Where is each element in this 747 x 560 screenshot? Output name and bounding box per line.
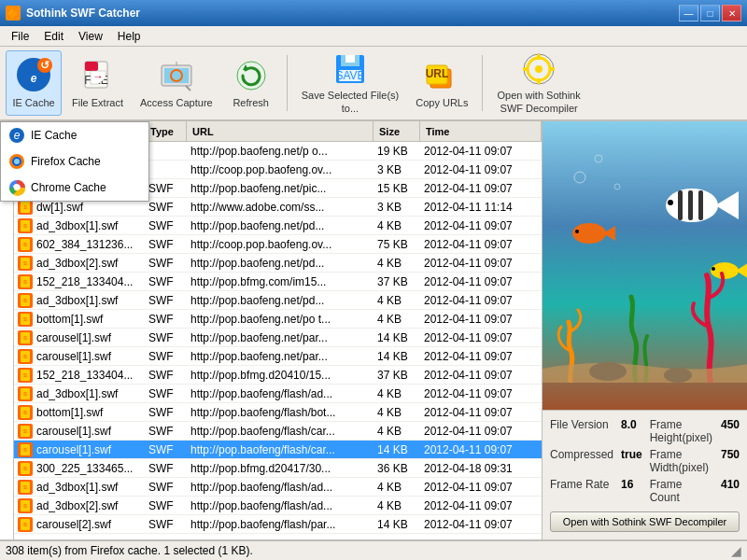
- chrome-cache-option: Chrome Cache: [31, 181, 106, 194]
- svg-rect-44: [688, 190, 693, 220]
- cell-name: Scarousel[1].swf: [14, 424, 145, 439]
- cell-size: 4 KB: [374, 257, 420, 270]
- table-row[interactable]: S152_218_133404... SWF http://pop.bfmg.d…: [14, 366, 542, 385]
- menu-help[interactable]: Help: [110, 26, 148, 46]
- toolbar-copy-urls[interactable]: URL Copy URLs: [409, 50, 474, 116]
- cell-name: Sad_3dbox[1].swf: [14, 480, 145, 495]
- cell-name: Scarousel[1].swf: [14, 330, 145, 345]
- refresh-label: Refresh: [233, 97, 269, 109]
- toolbar-save-selected[interactable]: SAVE Save Selected File(s)to...: [295, 50, 406, 116]
- table-row[interactable]: S602_384_131236... SWF http://coop.pop.b…: [14, 235, 542, 254]
- toolbar-access-capture[interactable]: Access Capture: [134, 50, 219, 116]
- file-extract-label: File Extract: [72, 97, 123, 109]
- cell-time: 2012-04-11 09:07: [420, 163, 542, 176]
- ie-cache-label: IE Cache: [12, 97, 54, 109]
- preview-area: [543, 121, 747, 410]
- cell-url: http://www.adobe.com/ss...: [187, 201, 374, 214]
- menu-edit[interactable]: Edit: [36, 26, 71, 46]
- dropdown-chrome-cache[interactable]: Chrome Cache: [1, 175, 148, 201]
- save-icon: SAVE: [331, 51, 369, 87]
- col-header-time[interactable]: Time: [420, 121, 542, 141]
- file-type-icon: S: [18, 424, 33, 439]
- cell-time: 2012-04-11 11:14: [420, 201, 542, 214]
- cell-url: http://pop.baofeng.net/par...: [187, 331, 374, 344]
- table-row[interactable]: Sad_3dbox[1].swf SWF http://pop.baofeng/…: [14, 385, 542, 403]
- cell-time: 2012-04-11 09:07: [420, 275, 542, 288]
- table-row[interactable]: Scarousel[1].swf SWF http://pop.baofeng.…: [14, 329, 542, 347]
- cell-name: Sad_3dbox[1].swf: [14, 218, 145, 233]
- svg-point-46: [668, 200, 673, 205]
- svg-text:e: e: [31, 72, 37, 85]
- table-row[interactable]: S152_218_133404... SWF http://pop.bfmg.c…: [14, 273, 542, 291]
- cell-name: Scarousel[2].swf: [14, 517, 145, 532]
- cell-time: 2012-04-11 09:07: [420, 499, 542, 512]
- maximize-button[interactable]: □: [700, 5, 720, 21]
- menu-view[interactable]: View: [71, 26, 110, 46]
- table-row[interactable]: Scarousel[1].swf SWF http://pop.baofeng/…: [14, 422, 542, 441]
- col-header-size[interactable]: Size: [374, 121, 420, 141]
- svg-text:e: e: [14, 129, 21, 142]
- minimize-button[interactable]: —: [679, 5, 698, 21]
- svg-rect-18: [345, 55, 355, 63]
- toolbar-file-extract[interactable]: FILE → File Extract: [65, 50, 130, 116]
- cell-name: Sad_3dbox[1].swf: [14, 386, 145, 401]
- file-type-icon: S: [18, 442, 33, 457]
- table-row[interactable]: Sad_3dbox[2].swf SWF http://pop.baofeng.…: [14, 254, 542, 273]
- cell-type: SWF: [145, 313, 187, 326]
- width-label: Frame Width(pixel): [650, 448, 713, 474]
- table-row[interactable]: Scarousel[2].swf SWF http://pop.baofeng/…: [14, 515, 542, 534]
- table-row[interactable]: Sbottom[1].swf SWF http://pop.baofeng.ne…: [14, 310, 542, 329]
- table-row[interactable]: S300_225_133465... SWF http://pop.bfmg.d…: [14, 459, 542, 478]
- file-type-icon: S: [18, 480, 33, 495]
- menu-file[interactable]: File: [4, 26, 36, 46]
- save-selected-label: Save Selected File(s)to...: [302, 90, 400, 114]
- decompile-button[interactable]: Open with Sothink SWF Decompiler: [550, 511, 740, 532]
- table-row[interactable]: Scarousel[1].swf SWF http://pop.baofeng.…: [14, 347, 542, 366]
- table-row[interactable]: Scarousel[1].swf SWF http://pop.baofeng/…: [14, 441, 542, 459]
- width-value: 750: [721, 448, 740, 474]
- cell-type: SWF: [145, 238, 187, 251]
- cell-url: http://pop.baofeng.net/par...: [187, 350, 374, 363]
- firefox-cache-option: Firefox Cache: [31, 155, 101, 168]
- cell-type: SWF: [145, 499, 187, 512]
- cell-url: http://coop.pop.baofeng.ov...: [187, 238, 374, 251]
- col-header-type[interactable]: Type: [145, 121, 187, 141]
- cache-dropdown: e IE Cache Firefox Cache: [0, 121, 149, 202]
- dropdown-ie-cache[interactable]: e IE Cache: [1, 122, 148, 148]
- cell-type: SWF: [145, 275, 187, 288]
- svg-line-13: [186, 86, 190, 91]
- count-label: Frame Count: [650, 478, 713, 504]
- cell-url: http://pop.baofeng/flash/ad...: [187, 387, 374, 400]
- cell-size: 14 KB: [374, 443, 420, 456]
- col-header-url[interactable]: URL: [187, 121, 374, 141]
- copy-urls-icon: URL: [423, 57, 460, 94]
- cell-type: SWF: [145, 518, 187, 531]
- cell-time: 2012-04-11 09:07: [420, 369, 542, 382]
- cell-size: 4 KB: [374, 387, 420, 400]
- cell-type: SWF: [145, 350, 187, 363]
- toolbar-ie-cache[interactable]: e ↺ IE Cache: [6, 50, 62, 116]
- cell-time: 2012-04-11 09:07: [420, 481, 542, 494]
- compressed-label: Compressed: [550, 448, 613, 474]
- window-controls: — □ ✕: [679, 5, 741, 21]
- svg-point-35: [14, 159, 20, 164]
- cell-name: S602_384_131236...: [14, 237, 145, 252]
- cell-size: 3 KB: [374, 201, 420, 214]
- file-type-icon: S: [18, 256, 33, 271]
- table-row[interactable]: Sad_3dbox[1].swf SWF http://pop.baofeng.…: [14, 217, 542, 235]
- toolbar-open-decompiler[interactable]: Open with SothinkSWF Decompiler: [490, 50, 586, 116]
- table-row[interactable]: Sad_3dbox[1].swf SWF http://pop.baofeng.…: [14, 291, 542, 310]
- close-button[interactable]: ✕: [722, 5, 741, 21]
- table-row[interactable]: Sbottom[1].swf SWF http://pop.baofeng/fl…: [14, 403, 542, 422]
- cell-time: 2012-04-11 09:07: [420, 238, 542, 251]
- resize-grip[interactable]: ◢: [731, 543, 741, 558]
- table-row[interactable]: Sad_3dbox[1].swf SWF http://pop.baofeng/…: [14, 478, 542, 497]
- table-row[interactable]: Sad_3dbox[2].swf SWF http://pop.baofeng/…: [14, 497, 542, 515]
- cell-time: 2012-04-18 09:31: [420, 462, 542, 475]
- svg-rect-43: [678, 190, 683, 220]
- compressed-value: true: [621, 448, 642, 474]
- right-panel: File Version 8.0 Frame Height(pixel) 450…: [542, 121, 747, 539]
- file-type-icon: S: [18, 461, 33, 476]
- dropdown-firefox-cache[interactable]: Firefox Cache: [1, 148, 148, 175]
- toolbar-refresh[interactable]: Refresh: [223, 50, 279, 116]
